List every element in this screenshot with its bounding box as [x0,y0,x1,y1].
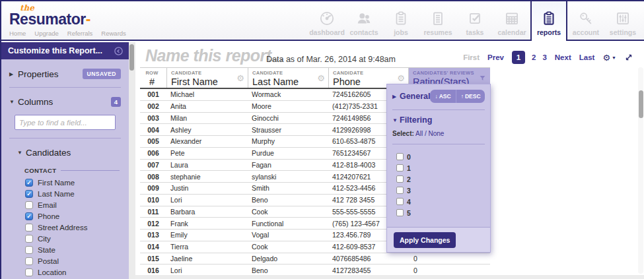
column-header-row-number[interactable]: ROW # [140,68,166,88]
field-checkbox-city[interactable]: City [25,233,129,244]
select-all-link[interactable]: All [415,130,423,137]
filter-option-2[interactable]: 2 [396,173,490,185]
nav-item-contacts[interactable]: contacts [345,1,382,41]
checkbox-icon[interactable]: ✓ [25,212,33,220]
checkbox-icon[interactable] [396,198,404,205]
field-checkbox-last-name[interactable]: ✓ Last Name [25,188,129,199]
column-header-last-name[interactable]: CANDIDATE Last Name⚙ [248,68,328,88]
column-filter-icon[interactable] [479,73,486,84]
row-number-cell: 012 [140,220,166,228]
nav-item-reports[interactable]: reports [530,1,567,41]
pagination-pages: 123 [512,51,547,64]
pagination-next[interactable]: Next [555,53,571,61]
last-name-cell: Wormack [248,90,328,98]
brand-logo[interactable]: the Resumator- HomeUpgradeReferralsRewar… [9,4,122,37]
nav-item-tasks[interactable]: tasks [456,1,493,41]
find-field-input[interactable] [15,115,116,130]
report-name-input[interactable]: Name this report... [145,46,284,65]
field-checkbox-first-name[interactable]: ✓ First Name [25,177,129,188]
expand-fullscreen-icon[interactable] [624,53,633,62]
filter-option-4[interactable]: 4 [396,196,490,207]
first-name-cell: Laura [166,161,248,169]
checkbox-icon[interactable] [396,164,404,171]
general-section-toggle[interactable]: General [400,92,431,101]
first-name-cell: stephanie [166,173,248,181]
column-group-label: CANDIDATE [171,70,245,76]
last-name-cell: Delgado [248,255,328,263]
properties-section-toggle[interactable]: ▶ Properties UNSAVED [9,69,121,79]
table-options-gear-icon[interactable]: ⚙▼ [602,53,616,63]
checkbox-icon[interactable] [396,175,404,183]
column-gear-icon[interactable]: ⚙ [397,73,405,83]
sidebar-scrollbar[interactable] [129,42,135,279]
brand-link-referrals[interactable]: Referrals [67,30,93,37]
filter-option-3[interactable]: 3 [396,185,490,196]
nav-item-calendar[interactable]: calendar [493,1,530,41]
checkbox-icon[interactable] [396,209,404,216]
column-gear-icon[interactable]: ⚙ [236,73,244,83]
nav-item-jobs[interactable]: jobs [382,1,419,41]
last-name-cell: Cook [248,243,328,251]
checkbox-icon[interactable] [25,246,33,254]
brand-link-home[interactable]: Home [9,30,26,37]
checkbox-icon[interactable] [25,235,33,243]
field-checkbox-email[interactable]: Email [25,199,129,210]
filter-option-5[interactable]: 5 [396,207,490,218]
sliders-icon [614,9,631,28]
divider [9,87,121,88]
filter-popup-footer: Apply Changes [387,227,490,252]
checkbox-icon[interactable] [25,224,33,232]
collapse-sidebar-icon[interactable] [114,46,124,56]
pagination-page-2[interactable]: 2 [532,53,536,61]
checkbox-icon[interactable] [25,201,33,209]
select-none-link[interactable]: None [429,130,445,137]
checkbox-icon[interactable] [25,268,33,276]
checkbox-icon[interactable] [396,187,404,194]
field-checkbox-street-address[interactable]: Street Address [25,222,129,233]
pagination-last[interactable]: Last [579,53,595,61]
nav-item-settings[interactable]: settings [604,1,641,41]
candidates-section-toggle[interactable]: ▼ Candidates [17,148,121,158]
nav-item-account[interactable]: account [567,1,604,41]
separator: / [425,130,427,137]
field-checkbox-location[interactable]: Location [25,266,129,278]
table-row-015[interactable]: 015 Jaeline Delgado 4076685486 0 [140,253,490,265]
checkbox-icon[interactable] [25,257,33,265]
field-checkbox-state[interactable]: State [25,244,129,255]
nav-label: jobs [394,28,408,36]
pagination-page-3[interactable]: 3 [542,53,546,61]
nav-label: settings [610,28,636,36]
chevron-down-icon: ▼ [392,117,400,123]
field-checkbox-postal[interactable]: Postal [25,255,129,266]
apply-changes-button[interactable]: Apply Changes [394,232,456,248]
row-number-cell: 002 [140,102,166,110]
checkbox-icon[interactable] [396,153,404,160]
sort-asc-button[interactable]: ↓ASC [430,90,455,103]
sidebar-scrollbar-thumb[interactable] [129,44,134,71]
contact-group-header: CONTACT [24,167,120,174]
brand-link-rewards[interactable]: Rewards [101,30,126,37]
select-label: Select: [392,130,414,137]
pagination-page-1[interactable]: 1 [512,51,525,64]
filter-option-0[interactable]: 0 [396,151,490,162]
pagination-prev[interactable]: Prev [487,53,504,61]
sort-desc-button[interactable]: ↑DESC [456,90,485,103]
clipboard-icon [392,9,410,28]
brand-link-upgrade[interactable]: Upgrade [34,30,58,37]
nav-item-dashboard[interactable]: dashboard [308,1,345,41]
row-number-cell: 011 [140,208,166,216]
nav-item-resumes[interactable]: resumes [419,1,456,41]
pagination: First Prev 123 Next Last ⚙▼ [463,51,633,64]
checkbox-icon[interactable]: ✓ [25,190,33,198]
main-scrollbar-thumb[interactable] [639,90,643,118]
checkbox-icon[interactable]: ✓ [25,179,33,187]
main-scrollbar[interactable] [638,67,643,274]
column-header-first-name[interactable]: CANDIDATE First Name⚙ [166,68,248,88]
filter-option-1[interactable]: 1 [396,162,490,173]
column-gear-icon[interactable]: ⚙ [317,73,325,83]
filter-option-label: 5 [407,209,411,217]
columns-section-toggle[interactable]: ▼ Columns 4 [9,97,121,107]
filtering-section-toggle[interactable]: Filtering [400,115,432,125]
field-checkbox-phone[interactable]: ✓ Phone [25,210,129,222]
pagination-first[interactable]: First [463,53,480,61]
